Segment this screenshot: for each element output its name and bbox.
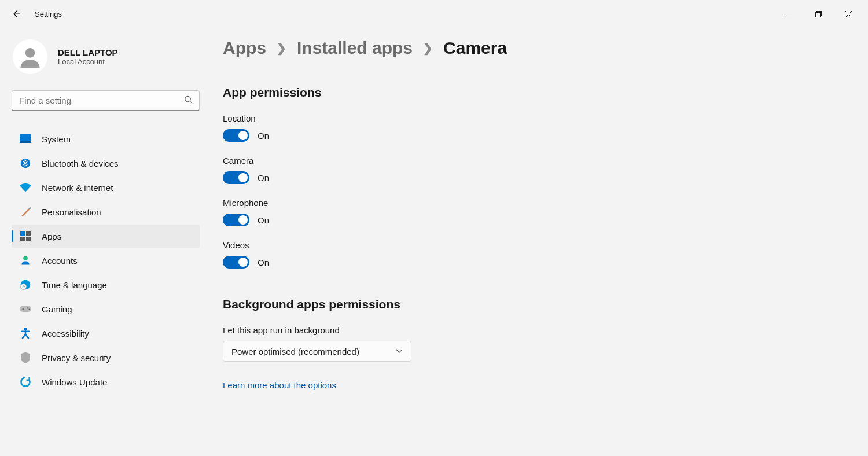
wifi-icon xyxy=(20,182,31,193)
svg-rect-9 xyxy=(20,237,25,241)
sidebar: DELL LAPTOP Local Account System Bluetoo… xyxy=(0,28,200,456)
avatar xyxy=(13,39,47,74)
search-box xyxy=(12,90,200,111)
chevron-right-icon: ❯ xyxy=(277,41,286,55)
svg-rect-10 xyxy=(26,237,31,241)
perm-location: Location On xyxy=(223,113,845,142)
perm-label: Videos xyxy=(223,240,845,250)
paintbrush-icon xyxy=(20,206,31,218)
sidebar-item-label: System xyxy=(42,134,71,144)
location-toggle[interactable] xyxy=(223,129,249,142)
svg-rect-7 xyxy=(20,231,25,236)
sidebar-item-network[interactable]: Network & internet xyxy=(12,176,200,199)
chevron-right-icon: ❯ xyxy=(423,41,433,55)
sidebar-item-label: Apps xyxy=(42,231,61,241)
sidebar-item-privacy[interactable]: Privacy & security xyxy=(12,346,200,369)
perm-microphone: Microphone On xyxy=(223,198,845,226)
search-input[interactable] xyxy=(12,90,200,111)
toggle-state: On xyxy=(258,215,269,225)
sidebar-item-label: Network & internet xyxy=(42,183,113,193)
sidebar-item-label: Time & language xyxy=(42,280,107,290)
svg-point-2 xyxy=(25,48,35,58)
system-icon xyxy=(20,133,31,145)
breadcrumb-apps[interactable]: Apps xyxy=(223,38,266,58)
select-value: Power optimised (recommended) xyxy=(231,347,359,356)
microphone-toggle[interactable] xyxy=(223,214,249,226)
sidebar-item-label: Gaming xyxy=(42,304,72,314)
background-label: Let this app run in background xyxy=(223,325,845,335)
window-title: Settings xyxy=(35,10,62,19)
sidebar-item-time[interactable]: Time & language xyxy=(12,273,200,296)
bluetooth-icon xyxy=(20,157,31,169)
close-icon xyxy=(845,11,852,17)
minimize-icon xyxy=(785,11,792,17)
svg-point-11 xyxy=(23,256,28,261)
user-subtitle: Local Account xyxy=(58,57,118,66)
perm-label: Camera xyxy=(223,156,845,166)
background-mode-select[interactable]: Power optimised (recommended) xyxy=(223,341,411,362)
toggle-state: On xyxy=(258,258,269,267)
sidebar-item-label: Personalisation xyxy=(42,207,101,217)
breadcrumb-installed-apps[interactable]: Installed apps xyxy=(297,38,413,58)
user-block[interactable]: DELL LAPTOP Local Account xyxy=(12,39,200,90)
gamepad-icon xyxy=(20,303,31,315)
chevron-down-icon xyxy=(396,349,403,354)
perm-label: Location xyxy=(223,113,845,123)
titlebar: Settings xyxy=(0,0,868,28)
sidebar-item-gaming[interactable]: Gaming xyxy=(12,297,200,321)
background-permissions-heading: Background apps permissions xyxy=(223,297,845,311)
person-icon xyxy=(19,45,42,68)
svg-point-16 xyxy=(28,309,30,311)
accessibility-icon xyxy=(20,328,31,339)
back-button[interactable] xyxy=(7,5,25,23)
perm-label: Microphone xyxy=(223,198,845,208)
toggle-state: On xyxy=(258,173,269,183)
sidebar-item-label: Bluetooth & devices xyxy=(42,159,119,168)
maximize-button[interactable] xyxy=(806,5,831,23)
app-permissions-heading: App permissions xyxy=(223,86,845,100)
sidebar-item-system[interactable]: System xyxy=(12,127,200,150)
learn-more-link[interactable]: Learn more about the options xyxy=(223,380,845,390)
accounts-icon xyxy=(20,255,31,266)
arrow-left-icon xyxy=(12,9,21,19)
shield-icon xyxy=(20,352,31,363)
camera-toggle[interactable] xyxy=(223,171,249,184)
svg-rect-4 xyxy=(20,134,31,142)
sidebar-item-bluetooth[interactable]: Bluetooth & devices xyxy=(12,152,200,175)
svg-rect-8 xyxy=(26,231,31,236)
user-name: DELL LAPTOP xyxy=(58,47,118,57)
toggle-state: On xyxy=(258,131,269,141)
sidebar-item-label: Accounts xyxy=(42,256,78,266)
sidebar-item-label: Privacy & security xyxy=(42,353,111,363)
main-content: Apps ❯ Installed apps ❯ Camera App permi… xyxy=(200,28,868,456)
nav: System Bluetooth & devices Network & int… xyxy=(12,127,200,394)
sidebar-item-accessibility[interactable]: Accessibility xyxy=(12,322,200,345)
sidebar-item-personalisation[interactable]: Personalisation xyxy=(12,200,200,223)
sidebar-item-label: Accessibility xyxy=(42,329,89,339)
clock-globe-icon xyxy=(20,279,31,290)
breadcrumb-current: Camera xyxy=(443,38,507,58)
close-button[interactable] xyxy=(836,5,861,23)
svg-rect-1 xyxy=(815,12,820,17)
update-icon xyxy=(20,376,31,388)
breadcrumb: Apps ❯ Installed apps ❯ Camera xyxy=(223,38,845,58)
apps-icon xyxy=(20,230,31,242)
sidebar-item-accounts[interactable]: Accounts xyxy=(12,249,200,272)
svg-point-15 xyxy=(27,307,29,309)
sidebar-item-label: Windows Update xyxy=(42,377,107,387)
sidebar-item-update[interactable]: Windows Update xyxy=(12,370,200,394)
perm-videos: Videos On xyxy=(223,240,845,269)
maximize-icon xyxy=(815,11,822,17)
sidebar-item-apps[interactable]: Apps xyxy=(12,225,200,248)
svg-rect-5 xyxy=(20,141,31,143)
videos-toggle[interactable] xyxy=(223,256,249,269)
minimize-button[interactable] xyxy=(775,5,801,23)
perm-camera: Camera On xyxy=(223,156,845,184)
